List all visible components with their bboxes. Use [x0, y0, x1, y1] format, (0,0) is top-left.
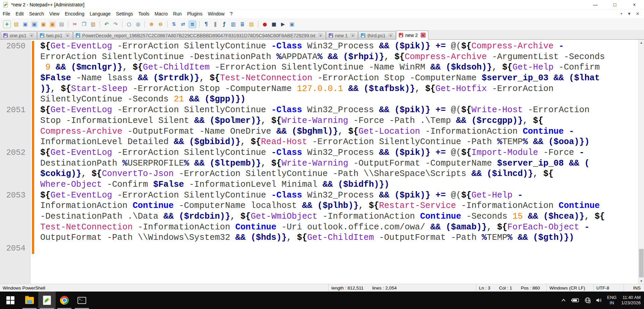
- save-all-icon[interactable]: ▣: [31, 21, 38, 28]
- code-row: Compress-Archive -OutputFormat -Name One…: [0, 126, 638, 137]
- status-eol-format[interactable]: Windows (CR LF): [547, 284, 594, 292]
- taskbar-clock[interactable]: 11:40 AM 1/23/2026: [621, 295, 641, 306]
- menu-item-run[interactable]: Run: [170, 10, 184, 17]
- network-globe-icon[interactable]: [584, 297, 591, 304]
- code-row: -DestinationPath .\Data && ($rdcbin)}, $…: [0, 211, 638, 222]
- tab-close-icon[interactable]: ×: [29, 33, 34, 38]
- record-macro-icon[interactable]: ●: [261, 21, 268, 28]
- close-doc-icon[interactable]: ▣: [40, 21, 47, 28]
- folder-as-workspace-icon[interactable]: ▨: [248, 21, 255, 28]
- zoom-in-icon[interactable]: ⊕: [148, 21, 155, 28]
- battery-icon[interactable]: [571, 298, 580, 303]
- tab-new-2[interactable]: new 2×: [396, 31, 428, 40]
- show-all-chars-icon[interactable]: ¶: [203, 21, 210, 28]
- tab-new-1[interactable]: new 1×: [326, 31, 358, 39]
- zoom-out-icon[interactable]: ⊖: [157, 21, 164, 28]
- play-macro-icon[interactable]: ▶: [279, 21, 286, 28]
- tab-label: new 2: [405, 33, 418, 38]
- taskbar-notepad-plus-plus-button[interactable]: [38, 292, 56, 309]
- tab-third-ps1[interactable]: third.ps1×: [358, 31, 396, 39]
- new-file-icon[interactable]: +: [3, 20, 11, 28]
- code-text: ${Get-EventLog -ErrorAction SilentlyCont…: [40, 105, 589, 116]
- taskbar-terminal-button[interactable]: >_: [73, 292, 91, 309]
- menu-item-search[interactable]: Search: [26, 10, 47, 17]
- close-tab-button[interactable]: ✕: [636, 11, 639, 16]
- open-file-icon[interactable]: ▨: [13, 21, 20, 28]
- status-insert-mode[interactable]: INS: [624, 284, 644, 292]
- find-icon[interactable]: ○: [125, 21, 132, 28]
- sync-horizontal-icon[interactable]: ⇄: [179, 21, 186, 28]
- length-label: length : 812,511: [331, 285, 364, 291]
- tab-close-icon[interactable]: ×: [318, 33, 323, 38]
- paste-icon[interactable]: ▥: [90, 21, 97, 28]
- function-list-icon[interactable]: ƒ: [221, 21, 228, 28]
- tab-powerdecode-report-196b257c2c0867a807b229ccbbbbd89047f831931d78d5c946c60f8abe729299-txt[interactable]: PowerDecode_report_196B257C2C0867A807B22…: [73, 31, 326, 39]
- redo-icon[interactable]: ↷: [112, 21, 119, 28]
- maximize-button[interactable]: □: [605, 0, 625, 9]
- replace-icon[interactable]: ◎: [135, 21, 142, 28]
- eol-label: Windows (CR LF): [549, 285, 585, 291]
- save-macro-icon[interactable]: ▣: [288, 21, 296, 28]
- tab-close-icon[interactable]: ×: [350, 33, 355, 38]
- menu-item-plugins[interactable]: Plugins: [184, 10, 205, 17]
- minimize-button[interactable]: —: [586, 0, 605, 9]
- tray-chevron-up-icon[interactable]: [561, 298, 566, 302]
- stop-macro-icon[interactable]: ■: [270, 21, 277, 28]
- menu-item-view[interactable]: View: [47, 10, 62, 17]
- status-encoding[interactable]: UTF-8: [594, 284, 624, 292]
- line-number: 2052: [0, 147, 25, 158]
- code-text: SilentlyContinue -Seconds 21 && ($gpp)}): [40, 94, 246, 105]
- status-doc-type: Windows PowerShell: [0, 284, 329, 292]
- cut-icon[interactable]: ✂: [71, 21, 78, 28]
- code-editor[interactable]: 2050${Get-EventLog -ErrorAction Silently…: [0, 40, 644, 284]
- close-button[interactable]: ×: [625, 0, 644, 9]
- code-row: 2052${Get-EventLog -ErrorAction Silently…: [0, 147, 638, 158]
- tab-close-icon[interactable]: ×: [388, 33, 393, 38]
- windows-logo-icon: [6, 296, 14, 304]
- tab-one-ps1[interactable]: one.ps1×: [1, 31, 37, 39]
- taskbar-chrome-button[interactable]: [56, 292, 73, 309]
- start-button[interactable]: [0, 292, 21, 309]
- volume-icon[interactable]: [596, 297, 602, 303]
- menu-item-language[interactable]: Language: [87, 10, 113, 17]
- status-bar: Windows PowerShell length : 812,511 line…: [0, 284, 644, 292]
- menu-item-tools[interactable]: Tools: [136, 10, 152, 17]
- menu-item-edit[interactable]: Edit: [13, 10, 26, 17]
- code-row: InformationLevel Detailed && ($gbibid)},…: [0, 137, 638, 147]
- tab-close-icon[interactable]: ×: [421, 33, 426, 38]
- copy-icon[interactable]: ❐: [80, 21, 88, 28]
- code-row: OutputFormat -Path \\Windows\System32 &&…: [0, 232, 638, 243]
- toolbar-separator: [100, 21, 100, 28]
- document-map-icon[interactable]: ▥: [230, 21, 237, 28]
- save-icon[interactable]: ▣: [22, 21, 29, 28]
- word-wrap-icon[interactable]: ≡: [189, 20, 196, 28]
- close-all-docs-icon[interactable]: ▣: [49, 21, 56, 28]
- document-list-icon[interactable]: ≣: [239, 21, 246, 28]
- menu-item-settings[interactable]: Settings: [113, 10, 136, 17]
- vertical-scrollbar[interactable]: ▲ ▼: [638, 40, 644, 284]
- scrollbar-thumb[interactable]: [639, 249, 644, 277]
- menu-item-encoding[interactable]: Encoding: [62, 10, 87, 17]
- code-row: 2053${Get-EventLog -ErrorAction Silently…: [0, 190, 638, 201]
- menu-item-macro[interactable]: Macro: [152, 10, 170, 17]
- indent-guide-icon[interactable]: ∥: [212, 21, 219, 28]
- code-text: InformationLevel Detailed && ($gbibid)},…: [40, 137, 589, 147]
- tab-bar: one.ps1×two.ps1×PowerDecode_report_196B2…: [0, 31, 644, 40]
- code-row: Test-NetConnection -InformationAction Co…: [0, 222, 638, 233]
- toolbar-separator: [167, 21, 167, 28]
- menu-item-window[interactable]: Window: [205, 10, 227, 17]
- scroll-down-arrow-icon[interactable]: ▼: [639, 278, 644, 284]
- menu-item-help[interactable]: ?: [227, 10, 235, 17]
- taskbar-file-explorer-button[interactable]: [21, 292, 38, 309]
- scroll-up-arrow-icon[interactable]: ▲: [639, 40, 644, 45]
- tab-list-dropdown[interactable]: ▼: [627, 11, 631, 16]
- print-icon[interactable]: ▤: [58, 21, 65, 28]
- undo-icon[interactable]: ↶: [103, 21, 110, 28]
- menu-item-file[interactable]: File: [0, 10, 13, 17]
- language-indicator[interactable]: ENG IN: [607, 295, 616, 306]
- new-tab-button[interactable]: +: [620, 11, 623, 16]
- sync-vertical-icon[interactable]: ⇅: [170, 21, 177, 28]
- tab-two-ps1[interactable]: two.ps1×: [37, 31, 73, 39]
- tab-close-icon[interactable]: ×: [65, 33, 70, 38]
- code-row: 2051${Get-EventLog -ErrorAction Silently…: [0, 105, 638, 116]
